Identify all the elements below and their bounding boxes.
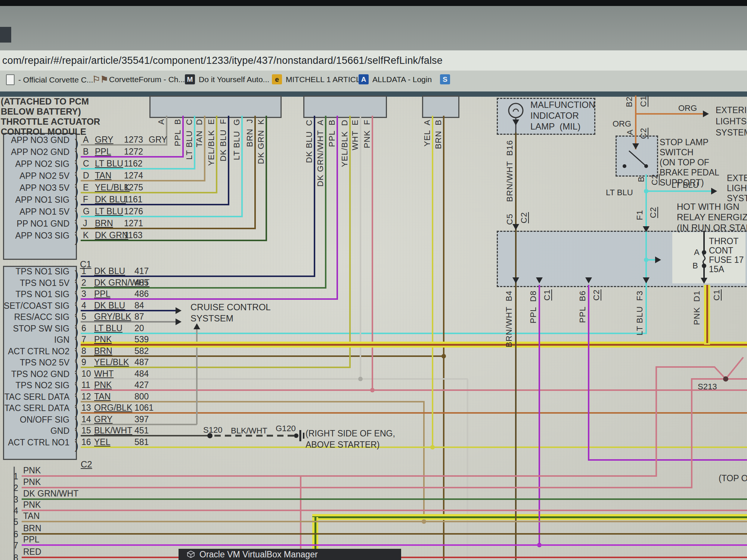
screen: com/repair/#/repair/article/35541/compon…: [0, 0, 747, 560]
browser-chrome: [0, 6, 747, 50]
connector-brace: ): [75, 441, 78, 451]
pin-wire-color: YEL: [94, 437, 110, 447]
pin-circuit-number: 487: [134, 357, 149, 367]
pin-id: B: [83, 147, 89, 157]
c1-wire-vertical-label: PPL B: [173, 119, 183, 146]
pcm-exit-vertical-label: C1: [542, 289, 552, 301]
pin-circuit-number: 1275: [124, 183, 143, 193]
connector-brace: ): [75, 222, 78, 232]
connector-brace: ): [75, 429, 78, 439]
pin-id: K: [83, 230, 89, 240]
org-top-label: ORG: [678, 103, 697, 113]
conn3-wire-vertical-label: YEL A: [422, 119, 432, 146]
connector-brace: ): [75, 338, 78, 348]
connector-brace: ): [75, 138, 78, 148]
bookmark-item[interactable]: S: [440, 74, 450, 84]
pin-signal-label: ACT CTRL NO2: [0, 346, 69, 357]
s120-label: S120: [203, 425, 222, 435]
pin-id: 4: [81, 301, 86, 311]
stop-wire-c2b-label: C2: [648, 207, 658, 218]
pin-id: E: [83, 183, 89, 193]
connector-c1-label: C1: [80, 259, 92, 269]
bottom-wire-color: PPL: [23, 535, 39, 545]
pin-wire-color: YEL/BLK: [94, 357, 129, 367]
pin-id: 13: [81, 403, 91, 413]
pin-signal-label: TAC SERL DATA: [0, 403, 69, 413]
url-text: com/repair/#/repair/article/35541/compon…: [2, 55, 443, 66]
bookmark-item[interactable]: ⚐⚑CorvetteForum - Ch...: [95, 74, 185, 84]
mil-wire-c5-label: C5: [505, 214, 515, 225]
fuse-label: THROT CONT FUSE 17 15A: [709, 237, 744, 274]
e-icon: e: [272, 74, 282, 84]
blkwht-splice-label: BLK/WHT: [231, 426, 267, 436]
ltblu-top-label: LT BLU: [672, 180, 699, 190]
connector-brace: ): [75, 281, 78, 291]
c1-wire-vertical-label: YEL/BLK E: [207, 119, 216, 166]
stop-wire-c2-label: C2: [650, 174, 660, 185]
exterior-lights-2-label: EXTERIOR LIGHTS SYSTEM: [727, 173, 747, 203]
connector-brace: ): [75, 234, 78, 244]
pin-id: F: [83, 195, 88, 205]
url-bar[interactable]: com/repair/#/repair/article/35541/compon…: [0, 50, 747, 71]
pin-wire-color: BRN: [95, 218, 113, 228]
monitor-bezel: [0, 0, 747, 6]
pin-id: 8: [81, 346, 86, 356]
module-title: (ATTACHED TO PCM BELOW BATTERY) THROTTLE…: [1, 96, 100, 137]
pin-signal-label: IGN: [0, 335, 69, 345]
s-icon: S: [440, 74, 450, 84]
pin-signal-label: APP NO3 GND: [0, 135, 69, 145]
bookmark-item[interactable]: MDo it Yourself Auto...: [185, 74, 269, 84]
bookmark-label: Do it Yourself Auto...: [199, 75, 269, 84]
c1-wire-vertical-label: TAN D: [195, 119, 204, 147]
pin-signal-label: TPS NO2 GND: [0, 369, 69, 379]
connector-brace: ): [75, 292, 78, 302]
pin-circuit-number: 20: [134, 323, 144, 333]
m-icon: M: [185, 74, 195, 84]
pin-id: 12: [81, 392, 91, 402]
c1-wire-vertical-label: DK BLU F: [218, 119, 228, 161]
pcm-exit-vertical-label: C2: [592, 289, 601, 301]
hot-with-ign-label: HOT WITH IGN RELAY ENERGIZED (IN RUN OR …: [677, 202, 747, 233]
cruise-control-label: CRUISE CONTROL SYSTSEM: [190, 302, 271, 324]
pin-circuit-number: 1273: [124, 135, 143, 145]
bookmark-item[interactable]: AALLDATA - Login: [359, 74, 432, 84]
virtualbox-cube-icon: [187, 550, 195, 559]
bookmark-item[interactable]: - Official Corvette C...: [6, 74, 93, 85]
pin-circuit-number: 1161: [124, 195, 142, 205]
bottom-pin-id: 8: [13, 553, 18, 560]
stop-wire-b-label: B: [636, 176, 646, 182]
org-wire-a-label: A: [625, 129, 635, 135]
pcm-exit-vertical-label: PPL B6: [578, 290, 588, 323]
page-icon: [6, 74, 15, 85]
bookmark-label: MITCHELL 1 ARTICL...: [286, 75, 367, 84]
taskbar-virtualbox-button[interactable]: Oracle VM VirtualBox Manager: [179, 549, 401, 560]
ground-location-label: (RIGHT SIDE OF ENG, ABOVE STARTER): [306, 428, 395, 450]
s213-label: S213: [698, 382, 717, 392]
pin-circuit-number: 484: [134, 369, 149, 379]
pin-circuit-number: 1061: [134, 403, 154, 413]
conn2-wire-vertical-label: DK GRN/WHT A: [316, 119, 325, 187]
conn3-wire-vertical-label: BRN B: [434, 119, 443, 149]
connector-brace: ): [75, 162, 78, 172]
org-wire-b2-label: B2: [624, 96, 634, 107]
connector-brace: ): [75, 406, 78, 416]
pin-circuit-number: 87: [134, 312, 144, 322]
bottom-wire-color: PNK: [23, 477, 41, 487]
connector-brace: ): [75, 383, 78, 393]
pin-signal-label: APP NO1 5V: [0, 207, 69, 217]
fuse-a-label: A: [694, 247, 700, 257]
pin-wire-color: GRY: [94, 414, 112, 424]
connector-brace: ): [75, 418, 78, 428]
bookmark-item[interactable]: eMITCHELL 1 ARTICL...: [272, 74, 367, 84]
pin-circuit-number: 427: [134, 380, 149, 390]
conn2-wire-vertical-label: YEL/BLK D: [340, 119, 350, 167]
pin-signal-label: GND: [0, 426, 69, 436]
c1-wire-vertical-label: LT BLU G: [232, 119, 242, 160]
conn2-wire-vertical-label: PNK F: [362, 119, 372, 148]
browser-tab-stub[interactable]: [0, 27, 11, 43]
pin-signal-label: TPS NO2 5V: [0, 358, 69, 368]
pin-wire-color: PNK: [94, 380, 112, 390]
pin-wire-color: BRN: [94, 346, 112, 356]
pin-wire-color: BLK/WHT: [94, 426, 132, 436]
pin-circuit-number: 582: [134, 346, 149, 356]
